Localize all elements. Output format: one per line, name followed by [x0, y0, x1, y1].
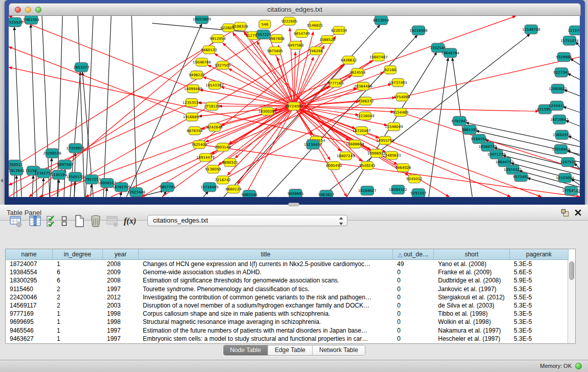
graph-node[interactable] [259, 20, 271, 28]
graph-node[interactable] [384, 65, 396, 74]
graph-node[interactable] [555, 130, 568, 140]
graph-node[interactable] [186, 98, 198, 106]
graph-node[interactable] [85, 175, 98, 184]
graph-node[interactable] [296, 29, 308, 37]
graph-node[interactable] [340, 152, 352, 160]
table-cell[interactable]: 19384554 [6, 268, 53, 276]
graph-node[interactable] [569, 26, 580, 35]
column-header-pagerank[interactable]: pagerank [510, 249, 569, 260]
graph-node[interactable] [360, 97, 372, 105]
graph-node[interactable] [431, 43, 444, 52]
function-builder-icon[interactable]: f(x) [124, 216, 136, 226]
graph-node[interactable] [200, 154, 211, 162]
graph-edge[interactable] [91, 184, 92, 197]
table-row[interactable]: 1872400712008Changes of HCN gene express… [6, 260, 568, 268]
graph-node[interactable] [9, 17, 21, 27]
graph-node[interactable] [561, 158, 574, 167]
table-cell[interactable]: 2003 [103, 301, 139, 310]
graph-edge[interactable] [429, 57, 448, 196]
graph-node[interactable] [321, 35, 333, 43]
table-cell[interactable]: 9463627 [6, 335, 53, 343]
graph-node[interactable] [563, 36, 576, 45]
table-cell[interactable]: Hescheler et al. (1997) [434, 335, 510, 343]
graph-edge[interactable] [294, 106, 510, 196]
graph-node[interactable] [223, 24, 234, 32]
table-cell[interactable]: Changes of HCN gene expression and I(f) … [139, 260, 393, 268]
graph-node[interactable] [269, 47, 281, 55]
graph-edge[interactable] [126, 24, 202, 196]
graph-edge[interactable] [565, 121, 580, 126]
table-cell[interactable]: 5.3E-5 [510, 335, 568, 343]
graph-edge[interactable] [111, 86, 363, 196]
table-cell[interactable]: 1 [53, 326, 103, 335]
graph-edge[interactable] [78, 16, 84, 196]
graph-node[interactable] [193, 141, 205, 149]
graph-node[interactable] [412, 189, 425, 197]
table-cell[interactable]: 22420046 [6, 293, 53, 301]
table-cell[interactable]: 0 [393, 310, 434, 318]
table-cell[interactable]: 1997 [103, 326, 139, 335]
graph-node[interactable] [69, 144, 82, 153]
graph-node[interactable] [373, 53, 384, 61]
graph-node[interactable] [69, 172, 82, 182]
create-column-icon[interactable] [74, 214, 85, 228]
tab-edge-table[interactable]: Edge Table [268, 345, 312, 355]
graph-node[interactable] [25, 16, 38, 24]
table-cell[interactable]: Structural magnetic resonance image aver… [139, 318, 393, 326]
graph-node[interactable] [284, 17, 295, 25]
table-cell[interactable]: Dudbridge et al. (2008) [434, 276, 510, 285]
graph-node[interactable] [209, 81, 221, 89]
column-header-year[interactable]: year [103, 249, 139, 260]
table-cell[interactable]: Embryonic stem cells: a model to study s… [139, 335, 393, 343]
table-cell[interactable]: Tibbo et al. (1998) [434, 310, 510, 318]
table-cell[interactable]: 0 [393, 293, 434, 301]
graph-node[interactable] [130, 188, 143, 197]
graph-node[interactable] [375, 16, 387, 25]
table-cell[interactable]: 1998 [103, 318, 139, 326]
graph-node[interactable] [206, 102, 218, 110]
graph-node[interactable] [463, 125, 476, 135]
graph-edge[interactable] [570, 58, 580, 64]
table-cell[interactable]: 5.6E-5 [510, 268, 568, 276]
table-cell[interactable]: 0 [393, 285, 434, 293]
graph-node[interactable] [217, 143, 229, 151]
table-selector-dropdown[interactable]: citations_edges.txt [147, 215, 347, 226]
graph-edge[interactable] [290, 28, 294, 106]
table-row[interactable]: 946554611997Estimation of the future num… [6, 326, 568, 335]
graph-node[interactable] [514, 172, 527, 182]
table-cell[interactable]: 5.3E-5 [510, 326, 568, 335]
row-options-icon[interactable] [61, 214, 68, 228]
tab-network-table[interactable]: Network Table [312, 345, 365, 355]
graph-node[interactable] [186, 113, 198, 121]
table-cell[interactable]: 9777169 [6, 310, 53, 318]
graph-node[interactable] [371, 149, 382, 158]
table-cell[interactable]: 18300295 [6, 276, 53, 285]
graph-node[interactable] [550, 101, 563, 110]
table-cell[interactable]: 2 [53, 293, 103, 301]
table-cell[interactable]: 5.3E-5 [510, 260, 568, 268]
panel-collapse-handle[interactable] [1, 179, 3, 183]
table-cell[interactable]: 2008 [103, 276, 139, 285]
graph-node[interactable] [412, 26, 425, 35]
table-cell[interactable]: Nakamura et al. (1997) [434, 326, 510, 335]
table-cell[interactable]: 9699695 [6, 318, 53, 326]
graph-node[interactable] [361, 186, 374, 195]
table-cell[interactable]: 0 [393, 326, 434, 335]
window-titlebar[interactable]: citations_edges.txt [9, 3, 581, 16]
graph-edge[interactable] [563, 107, 580, 113]
table-cell[interactable]: Tourette syndrome. Phenomenology and cla… [139, 285, 393, 293]
graph-node[interactable] [161, 183, 174, 192]
graph-node[interactable] [290, 41, 301, 49]
graph-edge[interactable] [568, 136, 580, 142]
table-row[interactable]: 911546021997Tourette syndrome. Phenomeno… [6, 285, 568, 293]
column-header-title[interactable]: title [139, 249, 393, 260]
graph-node[interactable] [386, 151, 398, 160]
vertical-scrollbar[interactable] [568, 260, 575, 343]
table-cell[interactable]: Wolkin et al. (1998) [434, 318, 510, 326]
network-canvas[interactable]: 1872400718300295822605899129549460123150… [9, 16, 580, 197]
graph-edge[interactable] [294, 106, 538, 111]
show-columns-icon[interactable] [29, 214, 42, 228]
float-panel-icon[interactable] [561, 209, 570, 217]
table-cell[interactable]: 9115460 [6, 285, 53, 293]
table-cell[interactable]: 1 [53, 335, 103, 343]
